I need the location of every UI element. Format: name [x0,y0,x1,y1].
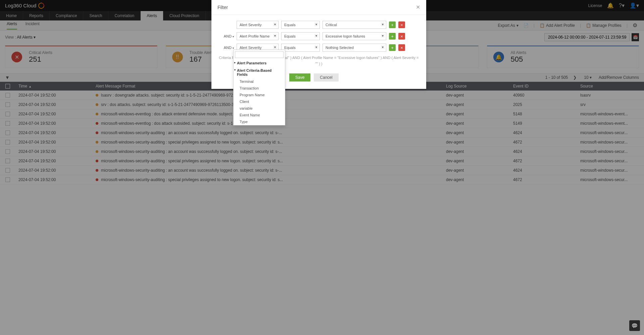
dropdown-item[interactable]: Terminal [234,78,285,85]
logic-label: AND [224,46,232,50]
op-select-1[interactable]: Equals [281,32,320,40]
field-select-1[interactable]: Alert Profile Name [237,32,279,40]
field-select-0[interactable]: Alert Severity [237,21,279,29]
filter-row-1: AND▾ Alert Profile Name Equals Excessive… [219,32,419,40]
val-select-1[interactable]: Excessive logon failures [323,32,386,40]
dropdown-item[interactable]: Event Name [234,112,285,118]
val-select-0[interactable]: Critical [323,21,386,29]
dropdown-item[interactable]: variable [234,105,285,112]
dropdown-item[interactable]: Client [234,98,285,105]
save-button[interactable]: Save [289,73,310,81]
field-dropdown: Alert Parameters Alert Criteria-Based Fi… [233,50,285,125]
del-row-2[interactable]: × [398,44,405,51]
dropdown-search [234,50,285,59]
val-select-2[interactable]: Nothing Selected [323,44,386,52]
del-row-1[interactable]: × [398,33,405,40]
dialog-buttons: Save Cancel [289,73,419,81]
add-row-2[interactable]: + [389,44,396,51]
group-alert-criteria-fields[interactable]: Alert Criteria-Based Fields [234,67,285,78]
del-row-0[interactable]: × [398,21,405,28]
group2-label: Alert Criteria-Based Fields [237,68,271,76]
dialog-header: Filter ✕ [211,0,426,15]
dropdown-item[interactable]: Program Name [234,92,285,98]
filter-dialog: Filter ✕ Alert Severity Equals Critical … [211,0,426,89]
cancel-button[interactable]: Cancel [314,73,338,81]
dropdown-search-input[interactable] [235,51,284,58]
op-select-0[interactable]: Equals [281,21,320,29]
dropdown-item[interactable]: Transaction [234,85,285,92]
op-select-2[interactable]: Equals [281,44,320,52]
add-row-1[interactable]: + [389,33,396,40]
group1-label: Alert Parameters [237,61,266,65]
close-icon[interactable]: ✕ [416,4,420,10]
logic-label: AND [224,34,232,38]
dropdown-items: TerminalTransactionProgram NameClientvar… [234,78,285,125]
logic-1[interactable]: AND▾ [219,34,234,38]
group-alert-parameters[interactable]: Alert Parameters [234,59,285,67]
logic-2[interactable]: AND▾ [219,46,234,50]
dropdown-item[interactable]: Type [234,118,285,125]
add-row-0[interactable]: + [389,21,396,28]
dialog-title: Filter [217,5,228,10]
filter-row-0: Alert Severity Equals Critical + × [219,21,419,29]
